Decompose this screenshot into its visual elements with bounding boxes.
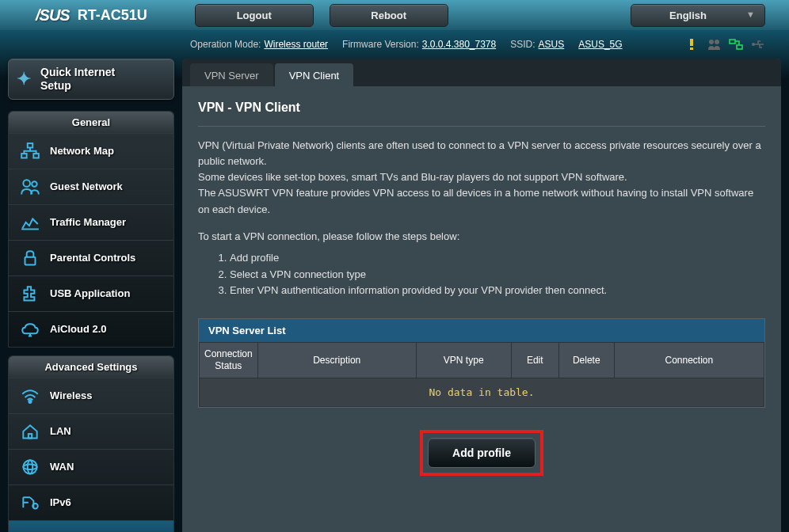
parental-controls-icon [20,249,40,267]
svg-point-6 [752,43,755,46]
top-bar: /SUS RT-AC51U Logout Reboot English [0,0,789,30]
step-item: Add profile [230,250,765,267]
vpn-icon [20,530,40,532]
sidebar-item-label: Network Map [50,145,114,157]
steps-intro: To start a VPN connection, please follow… [198,230,765,242]
sidebar-item-usb-application[interactable]: USB Application [9,276,173,311]
ssid-label: SSID: [510,39,535,50]
ssid-value-2[interactable]: ASUS_5G [578,39,622,50]
sidebar-item-wan[interactable]: WAN [9,449,173,484]
model-name: RT-AC51U [78,7,147,24]
sidebar-item-ipv6[interactable]: IPv6 [9,484,173,520]
wand-icon: ✦ [17,69,31,89]
wireless-icon [20,387,40,405]
svg-point-12 [32,181,36,186]
content-panel: VPN Server VPN Client VPN - VPN Client V… [182,59,781,532]
op-mode-label: Operation Mode: [190,39,261,50]
sidebar: ✦ Quick InternetSetup General Network Ma… [8,59,174,532]
step-item: Select a VPN connection type [230,267,765,283]
sidebar-item-label: Traffic Manager [50,216,126,228]
fw-label: Firmware Version: [342,39,419,50]
aicloud-icon [20,321,40,338]
ssid-value-1[interactable]: ASUS [539,39,565,50]
wan-icon [20,458,40,476]
col-connection-status: Connection Status [200,343,258,378]
advanced-menu: Advanced Settings Wireless LAN WAN IPv6 … [8,355,174,532]
server-list-header: VPN Server List [199,319,764,342]
sidebar-item-guest-network[interactable]: Guest Network [9,169,173,204]
svg-point-15 [29,401,31,403]
svg-rect-8 [28,143,32,147]
brand-logo: /SUS [36,6,70,25]
svg-rect-4 [730,40,735,44]
svg-point-3 [715,40,719,44]
fw-value[interactable]: 3.0.0.4.380_7378 [422,39,496,50]
col-description: Description [257,343,416,378]
server-list-table: Connection Status Description VPN type E… [199,342,764,407]
sidebar-item-lan[interactable]: LAN [9,413,173,449]
tab-bar: VPN Server VPN Client [182,59,781,86]
language-select[interactable]: English [631,4,765,27]
svg-rect-1 [690,48,693,50]
qis-label-1: Quick Internet [40,66,115,78]
network-icon[interactable] [729,38,743,51]
op-mode-value[interactable]: Wireless router [264,39,328,50]
users-icon[interactable] [707,38,721,51]
traffic-manager-icon [20,214,40,231]
col-vpn-type: VPN type [416,343,511,378]
quick-internet-setup-button[interactable]: ✦ Quick InternetSetup [8,59,174,100]
vpn-server-list: VPN Server List Connection Status Descri… [198,318,765,408]
usb-application-icon [20,285,40,302]
add-profile-highlight: Add profile [420,430,543,476]
svg-rect-9 [21,154,26,158]
svg-rect-10 [33,154,38,158]
advanced-header: Advanced Settings [9,356,173,378]
col-connection: Connection [614,343,764,378]
sidebar-item-vpn[interactable]: VPN [9,520,173,532]
network-map-icon [20,142,40,160]
sidebar-item-label: Wireless [50,390,92,401]
sidebar-item-label: AiCloud 2.0 [50,323,107,335]
sidebar-item-label: LAN [50,425,71,437]
sidebar-item-label: Guest Network [50,180,123,192]
status-bar: Operation Mode: Wireless router Firmware… [0,30,789,59]
step-item: Enter VPN authentication information pro… [230,283,765,299]
svg-point-11 [23,180,30,187]
svg-rect-0 [690,39,693,46]
sidebar-item-label: USB Application [50,287,130,299]
svg-rect-5 [737,45,742,49]
svg-rect-14 [25,257,36,265]
ipv6-icon [20,494,40,511]
page-description: VPN (Virtual Private Network) clients ar… [198,138,765,218]
svg-point-18 [23,464,36,469]
alert-icon[interactable] [684,38,699,51]
svg-rect-16 [29,434,32,438]
guest-network-icon [20,178,40,196]
sidebar-item-parental-controls[interactable]: Parental Controls [9,240,173,276]
qis-label-2: Setup [40,79,71,92]
svg-point-19 [28,460,32,473]
sidebar-item-label: IPv6 [50,496,71,508]
sidebar-item-aicloud[interactable]: AiCloud 2.0 [9,311,173,347]
sidebar-item-network-map[interactable]: Network Map [9,133,173,169]
sidebar-item-label: Parental Controls [50,252,135,264]
add-profile-button[interactable]: Add profile [428,438,536,468]
sidebar-item-wireless[interactable]: Wireless [9,378,173,413]
reboot-button[interactable]: Reboot [330,4,448,27]
status-icons [684,38,781,51]
tab-vpn-client[interactable]: VPN Client [275,63,354,86]
tab-vpn-server[interactable]: VPN Server [190,63,273,86]
svg-point-2 [709,40,714,44]
col-delete: Delete [558,343,614,378]
general-menu: General Network Map Guest Network Traffi… [8,111,174,348]
sidebar-item-traffic-manager[interactable]: Traffic Manager [9,204,173,240]
usb-icon[interactable] [751,38,765,51]
page-title: VPN - VPN Client [198,101,765,127]
logout-button[interactable]: Logout [195,4,314,27]
empty-table-message: No data in table. [200,378,764,407]
col-edit: Edit [511,343,558,378]
lan-icon [20,423,40,440]
general-header: General [9,112,173,133]
steps-list: Add profile Select a VPN connection type… [198,250,765,299]
svg-point-17 [23,460,36,473]
